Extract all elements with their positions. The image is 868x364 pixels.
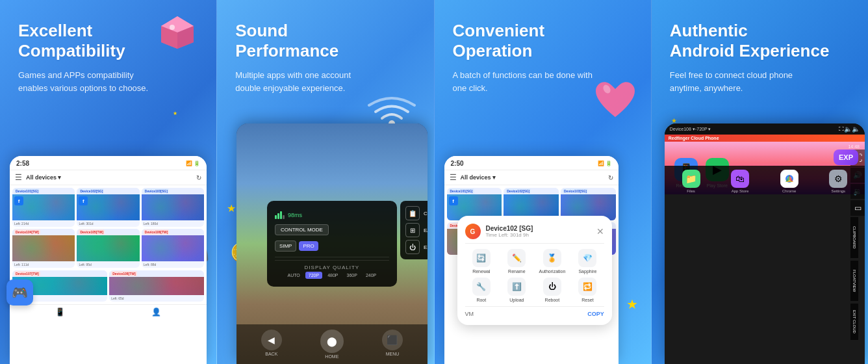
panel-operation: ★ ★ Convenient Operation A batch of func… [434, 0, 651, 364]
device-name-label[interactable]: Device108 ▾ [670, 127, 695, 132]
star-p3-1: ★ [626, 296, 638, 312]
panel-3-title: Convenient Operation [453, 21, 633, 61]
android-screen: 14:48 📱 Redfinger ▶ Play Store ⛶ 🔊 🔉 ▭ [665, 142, 865, 194]
phone-3-status-icons: 📶🔋 [598, 161, 612, 166]
taskbar-appstore[interactable]: 🛍 App Store [716, 170, 764, 193]
popup-actions-row2: 🔧 Root ⬆️ Upload ⏻ Reboot 🔁 Reset [465, 278, 604, 302]
taskbar-settings[interactable]: ⚙ Settings [814, 170, 862, 193]
pro-btn[interactable]: PRO [299, 241, 318, 251]
redfinger-bar: Redfinger Cloud Phone [665, 135, 865, 142]
quality-240p[interactable]: 240P [363, 272, 379, 279]
refresh-icon-1[interactable]: ↻ [196, 174, 201, 181]
phone-mockup-1: 2:58 📶🔋 ☰ All devices ▾ ↻ Device101[SG] … [10, 156, 207, 364]
panel-3-subtitle: A batch of functions can be done with on… [453, 69, 596, 94]
device-card-105tw[interactable]: Device105[TW] Left: 95d [77, 229, 139, 268]
quality-options: AUTO 720P 480P 360P 240P [275, 272, 389, 279]
clipboard-item[interactable]: 📋 CLIPBOARD [405, 206, 428, 220]
panel-compatibility: ★ ★ ★ 🎮 Excellent Compatibility Games an… [0, 0, 216, 364]
exitcloud-side-btn[interactable]: EXIT CLOUD [850, 304, 858, 340]
floating-card-icon: 🎮 [6, 280, 33, 306]
taskbar-files[interactable]: 📁 Files [667, 170, 715, 193]
panel-4-title: Authentic Android Experience [670, 21, 850, 61]
heart-decoration [593, 78, 638, 123]
vm-label: VM [465, 311, 474, 317]
panel-2-subtitle: Multiple apps with one account double en… [235, 69, 378, 94]
svg-point-4 [170, 25, 175, 30]
popup-device-name: Device102 [SG] [486, 225, 533, 232]
action-authorization[interactable]: 🏅 Authorization [536, 249, 569, 274]
phone-1-bottom-nav: 📱 👤 [10, 304, 207, 319]
action-root[interactable]: 🔧 Root [465, 278, 498, 302]
device-card-104tw[interactable]: Device104[TW] Left: 111d [12, 229, 75, 268]
quality-auto[interactable]: AUTO [284, 272, 303, 279]
game-phone-mockup: 98ms CONTROL MODE SIMP PRO 📋 CLIPBOARD [236, 124, 427, 364]
popup-avatar: G [465, 224, 481, 239]
action-reboot[interactable]: ⏻ Reboot [536, 278, 569, 302]
phone-3-header: 2:50 📶🔋 [444, 156, 619, 170]
phone-1-status-icons: 📶🔋 [186, 161, 200, 166]
device-selector-3[interactable]: All devices ▾ [461, 174, 496, 181]
action-upload[interactable]: ⬆️ Upload [500, 278, 533, 302]
easy-switch-item[interactable]: ⊞ EASY SWITCH [405, 223, 428, 237]
device-grid-1: Device101[SG] f Left: 214d Device102[SG]… [10, 185, 207, 270]
display-quality-label: DISPLAY QUALITY [275, 263, 389, 272]
panel-android: 📈 EXP ★ ★ Authentic Android Experience F… [651, 0, 868, 364]
control-mode-btn[interactable]: CONTROL MODE [275, 224, 329, 235]
taskbar-apps: 📁 Files 🛍 App Store [667, 170, 862, 193]
game-screen: 98ms CONTROL MODE SIMP PRO 📋 CLIPBOARD [236, 124, 427, 364]
exit-cloud-item[interactable]: ⏻ EXIT CLOUD [405, 240, 428, 254]
quality-720p[interactable]: 720P [305, 272, 322, 279]
device-card-101sg[interactable]: Device101[SG] f Left: 214d [12, 188, 75, 227]
popup-footer: VM COPY [465, 306, 604, 317]
side-square[interactable]: ▭ [850, 200, 865, 216]
simp-btn[interactable]: SIMP [275, 240, 297, 252]
phone-mockup-3: 2:50 📶🔋 ☰ All devices ▾ ↻ Device101[SG] … [444, 156, 619, 364]
device-toolbar-3: ☰ All devices ▾ ↻ [444, 170, 619, 185]
popup-device-sub: Time Left: 301d 9h [486, 232, 533, 238]
popup-close-btn[interactable]: ✕ [596, 226, 604, 237]
device-popup-card: G Device102 [SG] Time Left: 301d 9h ✕ 🔄 … [457, 216, 612, 325]
floatview-side-btn[interactable]: FLOATVIEW [850, 261, 858, 301]
game-overlay-menu: 98ms CONTROL MODE SIMP PRO 📋 CLIPBOARD [267, 201, 397, 287]
action-reset[interactable]: 🔁 Reset [571, 278, 604, 302]
action-sapphire[interactable]: 💎 Sapphire [571, 249, 604, 274]
android-top-bar: Device108 ▾ • 720P ▾ ⛶ 🔈 🔈 [665, 124, 865, 135]
device-selector-1[interactable]: All devices ▾ [26, 174, 61, 181]
refresh-icon-3[interactable]: ↻ [608, 174, 613, 181]
ping-indicator: 98ms [275, 211, 302, 219]
device-toolbar-1: ☰ All devices ▾ ↻ [10, 170, 207, 185]
action-renewal[interactable]: 🔄 Renewal [465, 249, 498, 274]
back-nav[interactable]: ◀ BACK [261, 330, 282, 359]
home-nav[interactable]: ⬤ HOME [320, 330, 344, 359]
android-status-bar: 14:48 [665, 142, 865, 151]
menu-nav[interactable]: ⬛ MENU [382, 330, 403, 359]
cube-decoration [158, 13, 197, 52]
panel-sound: ★ ★ 🪙 Sound Performance Multiple apps wi… [216, 0, 433, 364]
star-p2-1: ★ [227, 202, 236, 214]
device-card-103sg[interactable]: Device103[SG] Left: 180d [142, 188, 204, 227]
popup-header: G Device102 [SG] Time Left: 301d 9h ✕ [465, 224, 604, 244]
device-card-106tw[interactable]: Device106[TW] Left: 88d [142, 229, 204, 268]
action-rename[interactable]: ✏️ Rename [500, 249, 533, 274]
taskbar-chrome[interactable]: Chrome [765, 170, 813, 193]
phone-1-header: 2:58 📶🔋 [10, 156, 207, 170]
android-taskbar: 📁 Files 🛍 App Store [665, 166, 865, 194]
copy-button[interactable]: COPY [587, 311, 604, 317]
panel-4-subtitle: Feel free to connect cloud phone anytime… [670, 69, 813, 94]
star-decoration-3: ★ [173, 110, 177, 116]
phone-3-time: 2:50 [451, 160, 464, 167]
nav-controls: ◀ BACK ⬤ HOME ⬛ MENU [236, 324, 427, 364]
resolution-label[interactable]: 720P ▾ [696, 127, 711, 132]
popup-actions-row1: 🔄 Renewal ✏️ Rename 🏅 Authorization 💎 Sa… [465, 249, 604, 274]
quality-360p[interactable]: 360P [344, 272, 361, 279]
android-time: 14:48 [848, 144, 860, 149]
exp-badge: EXP [834, 150, 858, 165]
quality-480p[interactable]: 480P [324, 272, 341, 279]
panel-2-title: Sound Performance [235, 21, 415, 61]
clipboard-side-btn[interactable]: CLIPBOARD [850, 217, 858, 258]
device-card-102sg[interactable]: Device102[SG] f Left: 301d [77, 188, 139, 227]
panel-1-subtitle: Games and APPs compatibility enables var… [18, 69, 161, 94]
device-card-108tw[interactable]: Device108[TW] Left: 65d [109, 270, 204, 302]
phone-1-time: 2:58 [16, 160, 29, 167]
